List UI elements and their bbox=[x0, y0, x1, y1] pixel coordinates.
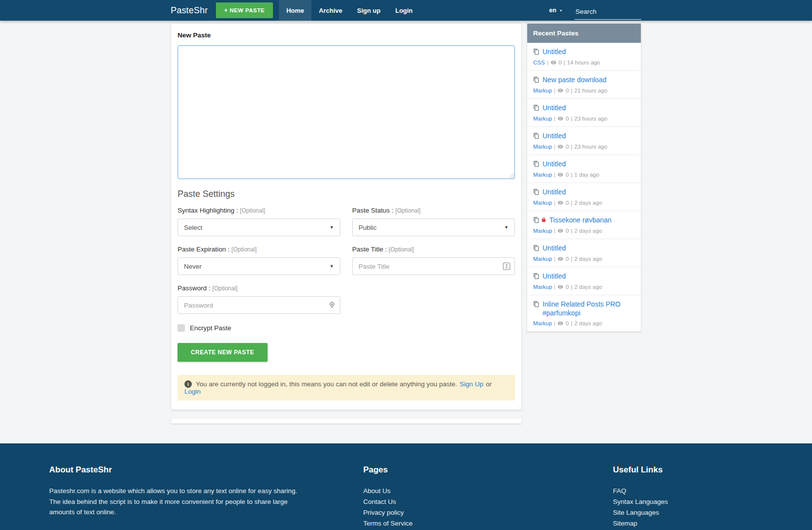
paste-language-link[interactable]: Markup bbox=[533, 284, 552, 290]
paste-language-link[interactable]: CSS bbox=[533, 60, 545, 65]
nav-item-home[interactable]: Home bbox=[279, 0, 311, 21]
paste-title-link[interactable]: New paste download bbox=[542, 76, 606, 84]
password-input[interactable] bbox=[178, 296, 340, 314]
title-field-icon bbox=[503, 262, 511, 270]
alert-message: You are currently not logged in, this me… bbox=[196, 380, 457, 388]
views-icon bbox=[557, 256, 564, 262]
meta-separator: | bbox=[571, 172, 572, 178]
paste-icon bbox=[533, 217, 540, 225]
paste-language-link[interactable]: Markup bbox=[533, 172, 552, 178]
meta-separator: | bbox=[554, 256, 555, 262]
paste-age: 2 days ago bbox=[574, 200, 602, 206]
card-shadow-strip bbox=[171, 419, 522, 424]
search-input[interactable] bbox=[574, 6, 641, 20]
signup-link[interactable]: Sign Up bbox=[460, 380, 483, 388]
meta-separator: | bbox=[554, 200, 555, 206]
meta-separator: | bbox=[571, 256, 572, 262]
paste-meta: Markup | 0 | 23 hours ago bbox=[533, 144, 635, 150]
footer-about-heading: About PasteShr bbox=[49, 465, 363, 475]
paste-title-input[interactable] bbox=[352, 257, 515, 275]
paste-language-link[interactable]: Markup bbox=[533, 200, 552, 206]
meta-separator: | bbox=[571, 284, 572, 290]
views-count: 0 bbox=[566, 88, 569, 94]
new-paste-button[interactable]: +NEW PASTE bbox=[216, 2, 273, 18]
recent-paste-item: Untitled Markup | 0 | 2 days ago bbox=[527, 267, 641, 295]
brand-logo[interactable]: PasteShr bbox=[171, 5, 208, 16]
views-icon bbox=[557, 144, 564, 150]
nav-item-archive[interactable]: Archive bbox=[311, 0, 350, 21]
paste-icon bbox=[533, 160, 540, 169]
meta-separator: | bbox=[554, 320, 555, 326]
views-icon bbox=[557, 172, 564, 178]
footer-link-syntax-languages[interactable]: Syntax Languages bbox=[613, 497, 763, 507]
paste-meta: Markup | 0 | 23 hours ago bbox=[533, 116, 635, 122]
paste-language-link[interactable]: Markup bbox=[533, 228, 552, 234]
select-caret-icon: ▼ bbox=[330, 264, 334, 269]
footer-link-site-languages[interactable]: Site Languages bbox=[613, 507, 763, 518]
recent-paste-item: Untitled Markup | 0 | 2 days ago bbox=[527, 239, 641, 267]
footer-link-faq[interactable]: FAQ bbox=[613, 486, 763, 497]
paste-content-textarea[interactable] bbox=[178, 45, 515, 179]
meta-separator: | bbox=[571, 116, 572, 122]
paste-icon bbox=[533, 48, 540, 57]
password-label: Password : [Optional] bbox=[178, 284, 340, 292]
footer-link-contact-us[interactable]: Contact Us bbox=[363, 497, 613, 507]
footer-useful-heading: Useful Links bbox=[613, 465, 763, 475]
paste-meta: Markup | 0 | 2 days ago bbox=[533, 256, 635, 262]
select-caret-icon: ▼ bbox=[330, 225, 334, 230]
select-caret-icon: ▼ bbox=[504, 225, 509, 230]
meta-separator: | bbox=[554, 284, 555, 290]
footer-about-text: Pasteshr.com is a website which allows y… bbox=[49, 486, 298, 518]
paste-age: 2 days ago bbox=[574, 228, 602, 234]
views-icon bbox=[550, 60, 557, 65]
paste-title-link[interactable]: Untitled bbox=[542, 104, 566, 112]
paste-title-link[interactable]: Untitled bbox=[542, 132, 566, 140]
nav-item-signup[interactable]: Sign up bbox=[350, 0, 388, 21]
language-label: en bbox=[549, 7, 556, 14]
nav-item-login[interactable]: Login bbox=[388, 0, 420, 21]
views-count: 0 bbox=[559, 60, 562, 65]
paste-title-link[interactable]: Untitled bbox=[542, 272, 566, 280]
recent-pastes-panel: Recent Pastes Untitled CSS | 0 | 14 hour… bbox=[527, 23, 641, 332]
paste-icon bbox=[533, 188, 540, 197]
views-count: 0 bbox=[566, 144, 569, 150]
footer-link-sitemap[interactable]: Sitemap bbox=[613, 518, 763, 529]
views-count: 0 bbox=[566, 228, 569, 234]
login-warning-alert: i You are currently not logged in, this … bbox=[178, 375, 515, 401]
meta-separator: | bbox=[571, 320, 572, 326]
paste-language-link[interactable]: Markup bbox=[533, 144, 552, 150]
footer-link-terms[interactable]: Terms of Service bbox=[363, 518, 613, 529]
syntax-label: Syntax Highlighting : [Optional] bbox=[178, 207, 340, 214]
language-dropdown[interactable]: en▼ bbox=[549, 7, 563, 14]
paste-language-link[interactable]: Markup bbox=[533, 256, 552, 262]
lock-icon bbox=[541, 217, 546, 225]
footer: About PasteShr Pasteshr.com is a website… bbox=[0, 443, 812, 530]
paste-title-link[interactable]: Untitled bbox=[542, 244, 566, 252]
expiration-select[interactable]: Never▼ bbox=[178, 257, 340, 275]
paste-icon bbox=[533, 132, 540, 141]
footer-link-privacy-policy[interactable]: Privacy policy bbox=[363, 507, 613, 518]
paste-language-link[interactable]: Markup bbox=[533, 88, 552, 94]
paste-language-link[interactable]: Markup bbox=[533, 320, 552, 326]
paste-meta: Markup | 0 | 2 days ago bbox=[533, 320, 635, 326]
paste-title-link[interactable]: Inline Related Posts PRO #parfumkopi bbox=[542, 300, 621, 317]
meta-separator: | bbox=[571, 228, 572, 234]
create-paste-button[interactable]: CREATE NEW PASTE bbox=[178, 343, 268, 362]
login-link[interactable]: Login bbox=[184, 388, 201, 395]
paste-title-link[interactable]: Untitled bbox=[542, 160, 566, 168]
syntax-select[interactable]: Select▼ bbox=[178, 218, 340, 236]
recent-paste-item: Untitled Markup | 0 | 23 hours ago bbox=[527, 99, 641, 127]
footer-link-about-us[interactable]: About Us bbox=[363, 486, 613, 497]
encrypt-checkbox[interactable] bbox=[178, 324, 185, 332]
paste-title-link[interactable]: Untitled bbox=[542, 188, 566, 196]
paste-title-link[interactable]: Tissekone røvbanan bbox=[549, 216, 611, 224]
status-select[interactable]: Public▼ bbox=[352, 218, 515, 236]
paste-language-link[interactable]: Markup bbox=[533, 116, 552, 122]
recent-paste-item: Untitled Markup | 0 | 1 day ago bbox=[527, 155, 641, 183]
recent-paste-item: Untitled CSS | 0 | 14 hours ago bbox=[527, 43, 641, 71]
paste-meta: CSS | 0 | 14 hours ago bbox=[533, 60, 635, 65]
paste-title-link[interactable]: Untitled bbox=[542, 48, 566, 56]
views-count: 0 bbox=[566, 256, 569, 262]
title-label: Paste Title : [Optional] bbox=[352, 246, 515, 253]
plus-icon: + bbox=[224, 7, 228, 14]
